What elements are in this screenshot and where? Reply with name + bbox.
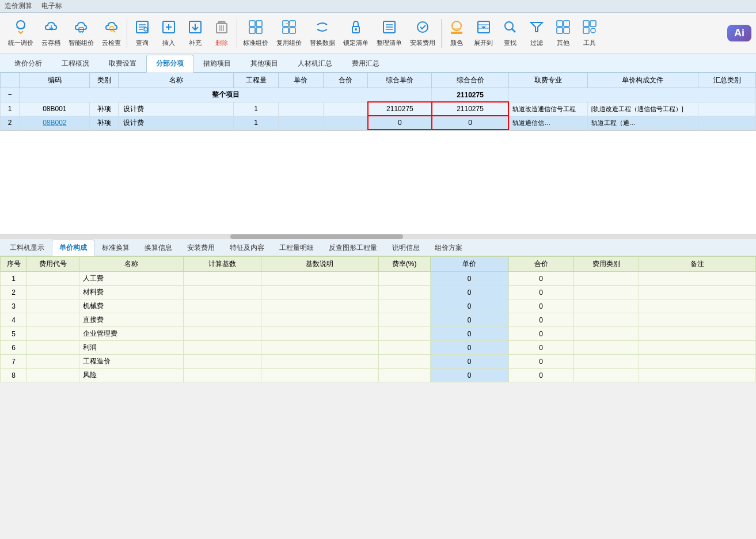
tab-rencai-huizong[interactable]: 人材机汇总 bbox=[288, 55, 342, 72]
bottom-row7-unit-price[interactable]: 0 bbox=[430, 355, 508, 369]
bottom-tab-tezheng-neirong[interactable]: 特征及内容 bbox=[222, 240, 272, 256]
bottom-tab-fancha-tuxing[interactable]: 反查图形工程量 bbox=[321, 240, 385, 256]
bottom-row2-unit-price[interactable]: 0 bbox=[430, 286, 508, 299]
tongyi-icon bbox=[13, 19, 29, 37]
tab-feiyong-huizong[interactable]: 费用汇总 bbox=[342, 55, 389, 72]
zhengli-icon bbox=[381, 19, 397, 37]
col-header-summary: 汇总类别 bbox=[698, 73, 756, 88]
toolbar-btn-charu[interactable]: 插入 bbox=[156, 17, 181, 50]
bottom-row5-base-desc bbox=[261, 327, 378, 341]
toolbar-btn-fuyong-zuhe[interactable]: 复用组价 bbox=[273, 17, 305, 50]
divider3 bbox=[441, 19, 442, 48]
tab-qita-xiangmu[interactable]: 其他项目 bbox=[241, 55, 288, 72]
toolbar-btn-suoding-qingdan[interactable]: 锁定清单 bbox=[340, 17, 372, 50]
bottom-row5-code bbox=[27, 327, 79, 341]
toolbar-btn-yanse[interactable]: 颜色 bbox=[444, 17, 469, 50]
toolbar-btn-qita[interactable]: 其他 bbox=[550, 17, 576, 50]
toolbar-btn-guolv[interactable]: 过滤 bbox=[524, 17, 549, 50]
bottom-panel: 工料机显示 单价构成 标准换算 换算信息 安装费用 特征及内容 工程量明细 反查… bbox=[0, 239, 756, 382]
bottom-table-row[interactable]: 7 工程造价 0 0 bbox=[1, 355, 756, 369]
bottom-tab-gongliaoji[interactable]: 工料机显示 bbox=[2, 240, 52, 256]
main-tabs: 造价分析 工程概况 取费设置 分部分项 措施项目 其他项目 人材机汇总 费用汇总 bbox=[0, 54, 756, 73]
toolbar-btn-zhankai[interactable]: 展开到 bbox=[470, 17, 496, 50]
total-row: － 整个项目 2110275 bbox=[1, 88, 756, 103]
svg-point-32 bbox=[355, 28, 357, 31]
toolbar-label-guolv: 过滤 bbox=[530, 39, 543, 47]
bottom-row1-unit-price[interactable]: 0 bbox=[430, 272, 508, 286]
toolbar-btn-tongyi-jiajia[interactable]: 统一调价 bbox=[5, 17, 37, 50]
bottom-col-note: 备注 bbox=[639, 257, 756, 272]
bottom-row6-unit-price[interactable]: 0 bbox=[430, 341, 508, 355]
tab-qufei-shezhi[interactable]: 取费设置 bbox=[99, 55, 146, 72]
table-row[interactable]: 2 08B002 补项 设计费 1 0 0 轨道通信信… 轨道工程（通… bbox=[1, 116, 756, 130]
toolbar-label-biaozhun-zuhe: 标准组价 bbox=[243, 39, 268, 47]
bottom-row4-name: 直接费 bbox=[79, 313, 183, 327]
col-header-code: 编码 bbox=[20, 73, 90, 88]
bottom-row3-unit-price[interactable]: 0 bbox=[430, 299, 508, 313]
toolbar-btn-zhengli-qingdan[interactable]: 整理清单 bbox=[373, 17, 405, 50]
bottom-tab-zuhe-fangan[interactable]: 组价方案 bbox=[427, 240, 470, 256]
bottom-table-row[interactable]: 5 企业管理费 0 0 bbox=[1, 327, 756, 341]
bottom-row5-rate bbox=[378, 327, 430, 341]
main-empty-area bbox=[0, 131, 756, 234]
tab-fenbu-fengxiang[interactable]: 分部分项 bbox=[146, 55, 193, 73]
bottom-row7-category bbox=[573, 355, 639, 369]
row1-total bbox=[323, 102, 368, 116]
tab-gongcheng-gailan[interactable]: 工程概况 bbox=[52, 55, 99, 72]
bottom-row5-category bbox=[573, 327, 639, 341]
toolbar-btn-anzhuang[interactable]: 安装费用 bbox=[407, 17, 439, 50]
bottom-row7-total: 0 bbox=[508, 355, 573, 369]
toolbar-btn-biaozhun-zuhe[interactable]: 标准组价 bbox=[240, 17, 272, 50]
bottom-table-row[interactable]: 8 风险 0 0 bbox=[1, 369, 756, 382]
bottom-tab-shuoming-xinxi[interactable]: 说明信息 bbox=[385, 240, 427, 256]
toolbar-btn-yunstore[interactable]: 云存档 bbox=[38, 17, 64, 50]
bottom-row7-note bbox=[639, 355, 756, 369]
toolbar-btn-tihuan-shuju[interactable]: 替换数据 bbox=[306, 17, 339, 50]
bottom-row4-unit-price[interactable]: 0 bbox=[430, 313, 508, 327]
main-table-header-row: 编码 类别 名称 工程量 单价 合价 综合单价 综合合价 取费专业 单价构成文件… bbox=[1, 73, 756, 88]
horizontal-scrollbar[interactable] bbox=[0, 234, 756, 239]
topbar-item-zaojia[interactable]: 造价测算 bbox=[5, 1, 32, 11]
bottom-table-row[interactable]: 6 利润 0 0 bbox=[1, 341, 756, 355]
ai-button[interactable]: Ai bbox=[727, 25, 751, 41]
bottom-row1-name: 人工费 bbox=[79, 272, 183, 286]
suoding-icon bbox=[348, 19, 364, 37]
bottom-table-row[interactable]: 1 人工费 0 0 bbox=[1, 272, 756, 286]
qita-icon bbox=[555, 19, 571, 37]
bottom-tab-huanman-xinxi[interactable]: 换算信息 bbox=[137, 240, 180, 256]
bottom-row5-unit-price[interactable]: 0 bbox=[430, 327, 508, 341]
bottom-row8-unit-price[interactable]: 0 bbox=[430, 369, 508, 382]
top-bar: 造价测算 电子标 bbox=[0, 0, 756, 13]
toolbar-btn-buchong[interactable]: 补充 bbox=[183, 17, 208, 50]
tab-cuoshi-xiangmu[interactable]: 措施项目 bbox=[193, 55, 241, 72]
bottom-row6-total: 0 bbox=[508, 341, 573, 355]
table-row[interactable]: 1 08B001 补项 设计费 1 2110275 2110275 轨道改造通信… bbox=[1, 102, 756, 116]
bottom-col-base-desc: 基数说明 bbox=[261, 257, 378, 272]
toolbar-btn-yunjiancha[interactable]: 云检查 bbox=[98, 17, 124, 50]
bottom-row1-total: 0 bbox=[508, 272, 573, 286]
toolbar-btn-chaxun[interactable]: 查询 bbox=[130, 17, 155, 50]
bottom-row4-rate bbox=[378, 313, 430, 327]
total-expand-btn[interactable]: － bbox=[1, 88, 20, 103]
bottom-table-row[interactable]: 4 直接费 0 0 bbox=[1, 313, 756, 327]
bottom-tab-danjia-goucheng[interactable]: 单价构成 bbox=[52, 240, 94, 256]
toolbar-btn-gongju[interactable]: 工具 bbox=[577, 17, 602, 50]
bottom-row4-base-desc bbox=[261, 313, 378, 327]
bottom-table-row[interactable]: 3 机械费 0 0 bbox=[1, 299, 756, 313]
toolbar-btn-chazhao[interactable]: 查找 bbox=[497, 17, 523, 50]
bottom-row8-code bbox=[27, 369, 79, 382]
row2-seq: 2 bbox=[1, 116, 20, 130]
bottom-row4-base bbox=[183, 313, 261, 327]
toolbar-btn-zhineng[interactable]: 智能组价 bbox=[65, 17, 97, 50]
tab-zaojia-fenxi[interactable]: 造价分析 bbox=[5, 55, 52, 72]
bottom-table-row[interactable]: 2 材料费 0 0 bbox=[1, 286, 756, 299]
bottom-tab-biaozhun-huanman[interactable]: 标准换算 bbox=[94, 240, 137, 256]
bottom-tab-gongcheng-mingxi[interactable]: 工程量明细 bbox=[272, 240, 321, 256]
scroll-thumb[interactable] bbox=[230, 234, 403, 239]
toolbar-btn-shanchu[interactable]: 删除 bbox=[209, 17, 234, 50]
bottom-tab-anzhuang-feiyong[interactable]: 安装费用 bbox=[180, 240, 222, 256]
bottom-row8-note bbox=[639, 369, 756, 382]
bottom-row4-note bbox=[639, 313, 756, 327]
bottom-row2-rate bbox=[378, 286, 430, 299]
topbar-item-dianzibiao[interactable]: 电子标 bbox=[41, 1, 62, 11]
